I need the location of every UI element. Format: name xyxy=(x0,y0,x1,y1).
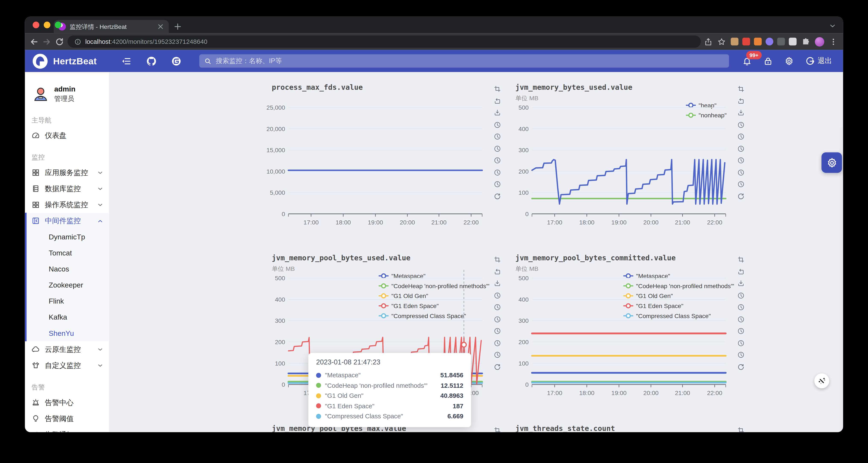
browser-menu-icon[interactable] xyxy=(829,37,838,46)
forward-button[interactable] xyxy=(42,37,52,46)
user-name: admin xyxy=(54,85,75,93)
clock-icon[interactable] xyxy=(737,121,745,128)
extension-icon-1[interactable] xyxy=(731,38,738,45)
extension-icon-5[interactable] xyxy=(777,38,785,45)
svg-text:20:00: 20:00 xyxy=(643,389,658,396)
clock-icon[interactable] xyxy=(737,180,745,187)
window-controls[interactable] xyxy=(33,22,62,28)
lock-icon[interactable] xyxy=(763,56,773,66)
tooltip-series-value: 51.8456 xyxy=(440,372,463,379)
sidebar-item-仪表盘[interactable]: 仪表盘 xyxy=(25,127,109,143)
svg-text:100: 100 xyxy=(519,189,529,196)
back-button[interactable] xyxy=(29,37,39,46)
sidebar-subitem-Kafka[interactable]: Kafka xyxy=(27,309,109,325)
monitor-search[interactable] xyxy=(199,54,729,67)
clock-icon[interactable] xyxy=(737,132,745,140)
os-icon xyxy=(32,201,40,209)
svg-text:18:00: 18:00 xyxy=(579,389,594,396)
tooltip-series-label: "G1 Eden Space" xyxy=(325,403,374,409)
chart-plot[interactable]: 05,00010,00015,00020,00025,00017:0018:00… xyxy=(254,104,498,231)
gitee-icon[interactable] xyxy=(172,56,181,66)
notifications-button[interactable]: 99+ xyxy=(742,56,752,66)
chart-plot[interactable]: 010020030040050017:0018:0019:0020:0021:0… xyxy=(498,274,741,402)
extension-icon-2[interactable] xyxy=(742,38,750,45)
sidebar-subitem-Tomcat[interactable]: Tomcat xyxy=(27,245,109,261)
user-profile[interactable]: admin 管理员 xyxy=(32,82,102,107)
clock-icon[interactable] xyxy=(737,156,745,164)
sidebar-item-中间件监控[interactable]: 中间件监控 xyxy=(27,213,109,229)
sidebar-item-告警中心[interactable]: 告警中心 xyxy=(25,395,109,410)
magic-wand-button[interactable] xyxy=(814,373,829,388)
tooltip-series-value: 6.669 xyxy=(447,413,463,419)
clock-icon[interactable] xyxy=(737,351,745,358)
crop-icon[interactable] xyxy=(737,426,745,432)
sidebar-item-应用服务监控[interactable]: 应用服务监控 xyxy=(25,165,109,181)
sidebar-subitem-DynamicTp[interactable]: DynamicTp xyxy=(27,229,109,245)
sidebar-subitem-Nacos[interactable]: Nacos xyxy=(27,261,109,277)
share-icon[interactable] xyxy=(704,37,713,46)
crop-icon[interactable] xyxy=(737,255,745,263)
sidebar-item-label: 告警中心 xyxy=(45,398,74,408)
browser-tab[interactable]: 监控详情 - HertzBeat xyxy=(54,20,169,33)
sidebar-subitem-ShenYu[interactable]: ShenYu xyxy=(27,325,109,341)
minimize-window-button[interactable] xyxy=(44,22,51,28)
extensions-puzzle-icon[interactable] xyxy=(802,37,810,46)
theme-settings-button[interactable] xyxy=(822,152,842,173)
clock-icon[interactable] xyxy=(737,291,745,298)
sidebar-subitem-Flink[interactable]: Flink xyxy=(27,293,109,309)
close-window-button[interactable] xyxy=(33,22,39,28)
new-tab-button[interactable] xyxy=(173,22,182,31)
chevron-down-icon xyxy=(97,201,103,208)
extension-icon-3[interactable] xyxy=(754,38,762,45)
address-bar[interactable]: localhost:4200/monitors/195232371248640 xyxy=(67,35,701,48)
svg-text:20,000: 20,000 xyxy=(267,125,285,132)
clock-icon[interactable] xyxy=(737,339,745,346)
logout-button[interactable]: 退出 xyxy=(805,56,832,66)
svg-text:0: 0 xyxy=(282,381,285,388)
profile-avatar[interactable] xyxy=(815,37,824,46)
svg-text:100: 100 xyxy=(275,360,285,367)
clock-icon[interactable] xyxy=(737,144,745,151)
return-icon[interactable] xyxy=(737,267,745,275)
download-icon[interactable] xyxy=(737,279,745,286)
svg-text:0: 0 xyxy=(282,210,285,218)
search-input[interactable] xyxy=(215,56,724,65)
brand-title: HertzBeat xyxy=(53,56,97,66)
clock-icon[interactable] xyxy=(737,168,745,175)
refresh-icon[interactable] xyxy=(737,192,745,199)
crop-icon[interactable] xyxy=(737,85,745,92)
chart-toolbar xyxy=(737,255,745,370)
tab-search-icon[interactable] xyxy=(829,22,836,30)
bookmark-star-icon[interactable] xyxy=(717,37,726,46)
github-icon[interactable] xyxy=(147,56,156,66)
collapse-menu-icon[interactable] xyxy=(122,56,131,66)
clock-icon[interactable] xyxy=(737,327,745,334)
chart-card-jvm_memory_bytes_used.value: jvm_memory_bytes_used.value单位 MB "heap" … xyxy=(498,76,741,247)
refresh-icon[interactable] xyxy=(737,363,745,370)
sidebar-item-告警阈值[interactable]: 告警阈值 xyxy=(25,411,109,427)
clock-icon[interactable] xyxy=(737,315,745,322)
chart-plot[interactable]: 010020030040050017:0018:0019:0020:0021:0… xyxy=(498,104,741,231)
scrollbar[interactable] xyxy=(839,127,843,432)
hertzbeat-logo[interactable] xyxy=(33,53,48,68)
sidebar-item-自定义监控[interactable]: 自定义监控 xyxy=(25,357,109,373)
download-icon[interactable] xyxy=(737,109,745,116)
tab-strip: 监控详情 - HertzBeat xyxy=(25,17,843,33)
tab-close-icon[interactable] xyxy=(157,23,164,30)
maximize-window-button[interactable] xyxy=(55,22,62,28)
sidebar-item-数据库监控[interactable]: 数据库监控 xyxy=(25,181,109,197)
settings-gear-icon[interactable] xyxy=(784,56,794,66)
sidebar-item-操作系统监控[interactable]: 操作系统监控 xyxy=(25,197,109,213)
sidebar-item-告警通知[interactable]: 告警通知 xyxy=(25,427,109,432)
series-dot xyxy=(316,414,321,418)
return-icon[interactable] xyxy=(737,97,745,104)
reload-button[interactable] xyxy=(55,37,64,46)
extension-icon-6[interactable] xyxy=(789,38,797,45)
extension-icon-4[interactable] xyxy=(766,38,773,45)
svg-text:19:00: 19:00 xyxy=(611,219,626,226)
sidebar-subitem-Zookeeper[interactable]: Zookeeper xyxy=(27,277,109,293)
sidebar-item-云原生监控[interactable]: 云原生监控 xyxy=(25,341,109,357)
clock-icon[interactable] xyxy=(737,303,745,310)
tooltip-series-label: "CodeHeap 'non-profiled nmethods'" xyxy=(325,382,427,389)
site-info-icon[interactable] xyxy=(74,38,82,45)
